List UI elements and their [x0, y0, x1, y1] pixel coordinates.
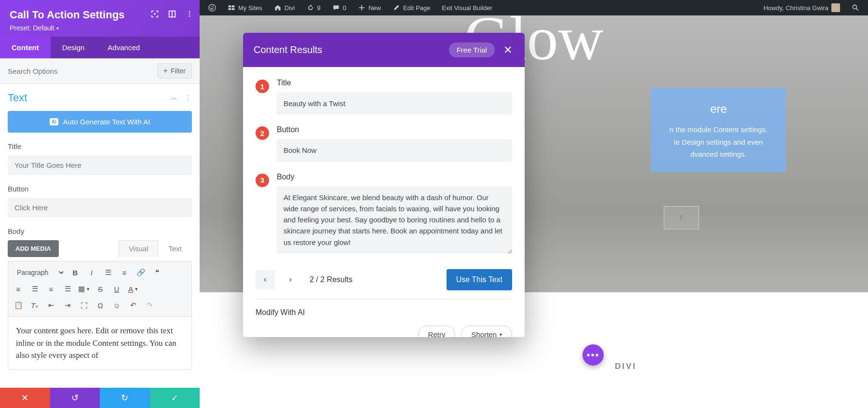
tab-design[interactable]: Design: [51, 37, 96, 58]
svg-rect-3: [229, 8, 231, 10]
comment-icon: [332, 4, 340, 12]
collapse-icon[interactable]: ︿: [171, 94, 177, 102]
text-color-button[interactable]: A: [127, 283, 139, 295]
ai-chip: AI: [50, 118, 58, 125]
comments-link[interactable]: 0: [327, 0, 351, 15]
refresh-icon: [307, 4, 314, 12]
close-icon[interactable]: ✕: [502, 44, 514, 56]
cancel-button[interactable]: ✕: [0, 388, 50, 408]
link-button[interactable]: 🔗: [135, 266, 147, 279]
editor-tab-visual[interactable]: Visual: [119, 240, 159, 257]
paste-button[interactable]: 📋: [12, 299, 25, 312]
wp-admin-bar: My Sites Divi 9 0 New Edit Page Exit Vis…: [200, 0, 868, 15]
result-value-body[interactable]: At Elegant Skincare, we blend beauty wit…: [277, 186, 512, 254]
button-input[interactable]: [8, 198, 192, 218]
redo-all-button[interactable]: ↻: [100, 388, 150, 408]
filter-button[interactable]: +Filter: [157, 63, 192, 79]
quote-button[interactable]: ❝: [151, 266, 163, 279]
add-media-button[interactable]: ADD MEDIA: [8, 240, 59, 257]
align-justify-button[interactable]: ☰: [61, 283, 74, 295]
italic-button[interactable]: I: [85, 266, 98, 279]
new-link[interactable]: New: [353, 0, 386, 15]
svg-point-9: [154, 13, 156, 15]
free-trial-badge[interactable]: Free Trial: [449, 42, 495, 57]
cta-button-preview[interactable]: T: [664, 206, 699, 230]
content-results-modal: Content Results Free Trial ✕ 1 Title Bea…: [243, 33, 525, 337]
auto-generate-ai-button[interactable]: AI Auto Generate Text With AI: [8, 111, 192, 133]
tab-advanced[interactable]: Advanced: [96, 37, 151, 58]
clear-format-button[interactable]: Tₓ: [28, 299, 41, 312]
fullscreen-button[interactable]: ⛶: [78, 299, 90, 312]
title-input[interactable]: [8, 155, 192, 175]
next-result-button[interactable]: ›: [281, 270, 300, 289]
exit-visual-builder[interactable]: Exit Visual Builder: [437, 0, 497, 15]
search-toggle[interactable]: [847, 0, 864, 15]
howdy-user[interactable]: Howdy, Christina Gwira: [759, 0, 845, 15]
editor-tab-text[interactable]: Text: [158, 240, 192, 257]
modal-title: Content Results: [254, 44, 449, 55]
cta-module[interactable]: ere n the module Content settings. le De…: [651, 88, 786, 172]
underline-button[interactable]: U: [110, 283, 123, 295]
section-more-icon[interactable]: ⋮: [184, 94, 192, 103]
result-label-title: Title: [277, 79, 512, 87]
title-label: Title: [8, 142, 192, 150]
avatar: [831, 3, 840, 12]
modal-body: 1 Title Beauty with a Twist 2 Button Boo…: [243, 67, 525, 337]
svg-rect-4: [232, 8, 235, 10]
bold-button[interactable]: B: [69, 266, 81, 279]
result-value-title[interactable]: Beauty with a Twist: [277, 92, 512, 115]
svg-point-13: [189, 14, 190, 15]
undo-button[interactable]: ↶: [127, 299, 139, 312]
focus-icon[interactable]: [150, 10, 159, 18]
olist-button[interactable]: ≡: [118, 266, 131, 279]
outdent-button[interactable]: ⇤: [45, 299, 57, 312]
my-sites-link[interactable]: My Sites: [223, 0, 267, 15]
wp-logo[interactable]: [203, 0, 221, 15]
ulist-button[interactable]: ☰: [102, 266, 114, 279]
more-icon[interactable]: [185, 10, 194, 18]
preset-selector[interactable]: Preset: Default▾: [10, 24, 190, 32]
site-name-link[interactable]: Divi: [269, 0, 300, 15]
save-button[interactable]: ✓: [150, 388, 200, 408]
retry-button[interactable]: Retry: [418, 326, 456, 337]
align-center-button[interactable]: ☰: [28, 283, 41, 295]
svg-rect-1: [229, 5, 231, 7]
search-input[interactable]: [8, 67, 153, 75]
editor-toolbar: Paragraph B I ☰ ≡ 🔗 ❝ ≡ ☰ ≡ ☰ ▦ S U A 📋 …: [8, 261, 192, 317]
body-editor[interactable]: Your content goes here. Edit or remove t…: [8, 317, 192, 370]
modal-header: Content Results Free Trial ✕: [243, 33, 525, 67]
special-char-button[interactable]: Ω: [94, 299, 107, 312]
indent-button[interactable]: ⇥: [61, 299, 74, 312]
strike-button[interactable]: S: [94, 283, 107, 295]
sites-icon: [228, 4, 235, 12]
table-button[interactable]: ▦: [78, 283, 90, 295]
svg-line-8: [856, 9, 858, 11]
cta-title-preview: ere: [661, 102, 776, 116]
shorten-button[interactable]: Shorten▾: [461, 326, 512, 337]
tab-content[interactable]: Content: [0, 37, 51, 58]
align-right-button[interactable]: ≡: [45, 283, 57, 295]
section-text-title: Text: [8, 92, 27, 104]
button-label: Button: [8, 185, 192, 193]
ai-button-label: Auto Generate Text With AI: [63, 118, 150, 126]
align-left-button[interactable]: ≡: [12, 283, 25, 295]
pager-row: ‹ › 2 / 2 Results Use This Text: [256, 264, 512, 299]
settings-panel: Call To Action Settings Preset: Default▾…: [0, 0, 200, 408]
result-value-button[interactable]: Book Now: [277, 139, 512, 162]
builder-fab[interactable]: •••: [583, 344, 604, 366]
redo-button[interactable]: ↷: [143, 299, 156, 312]
plus-icon: [358, 4, 366, 12]
svg-rect-2: [232, 5, 235, 7]
svg-point-0: [209, 4, 216, 11]
emoji-button[interactable]: ☺: [110, 299, 123, 312]
edit-page-link[interactable]: Edit Page: [388, 0, 435, 15]
modify-row: Retry Shorten▾: [256, 326, 512, 337]
paragraph-select[interactable]: Paragraph: [12, 266, 65, 279]
svg-rect-6: [359, 7, 364, 8]
result-badge-2: 2: [256, 126, 269, 140]
use-this-text-button[interactable]: Use This Text: [447, 269, 512, 290]
panel-icon[interactable]: [168, 10, 176, 18]
prev-result-button[interactable]: ‹: [256, 270, 275, 289]
undo-all-button[interactable]: ↺: [50, 388, 100, 408]
updates-link[interactable]: 9: [302, 0, 326, 15]
